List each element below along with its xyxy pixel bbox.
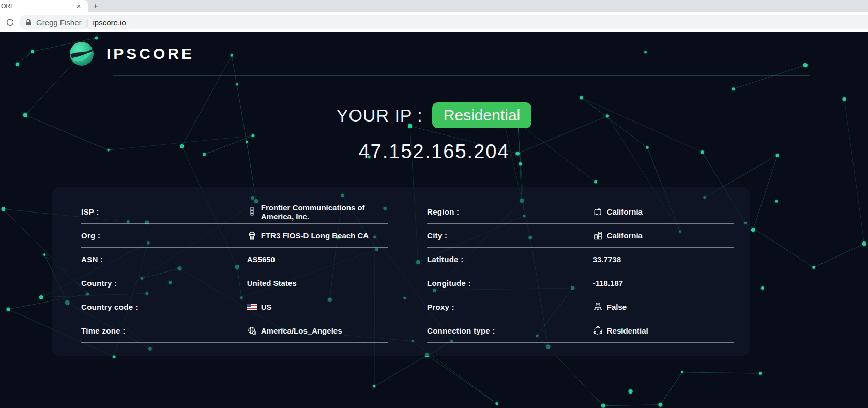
detail-label: Longitude : [427, 279, 593, 288]
address-bar[interactable]: Gregg Fisher | ipscore.io [19, 15, 868, 29]
ip-address: 47.152.165.204 [0, 141, 868, 163]
detail-value: AS5650 [247, 255, 275, 264]
detail-row: Latitude :33.7738 [427, 248, 734, 271]
detail-row: ISP :Frontier Communications of America,… [81, 200, 388, 224]
detail-label: ISP : [81, 207, 247, 216]
detail-value-group: 33.7738 [593, 255, 734, 264]
detail-row: Connection type :Residential [427, 319, 734, 343]
browser-tab[interactable]: ORE ✕ [0, 0, 88, 12]
detail-value: United States [247, 279, 297, 288]
detail-value-group: America/Los_Angeles [247, 326, 388, 336]
detail-value-group: California [593, 207, 734, 217]
map-pin-icon [593, 207, 603, 217]
network-icon [593, 302, 603, 312]
detail-value-group: California [593, 231, 734, 240]
ipscore-page: IPSCORE YOUR IP : Residential 47.152.165… [0, 32, 868, 408]
detail-value: California [607, 231, 643, 240]
detail-value-group: -118.187 [593, 279, 734, 288]
detail-row: Region :California [427, 200, 734, 224]
detail-value: Frontier Communications of America, Inc. [261, 203, 388, 221]
detail-value: America/Los_Angeles [261, 326, 342, 335]
detail-value: -118.187 [593, 279, 623, 288]
detail-value: False [607, 303, 627, 311]
detail-value: California [607, 207, 643, 216]
globe-clock-icon [247, 326, 257, 336]
brand-title: IPSCORE [106, 45, 194, 63]
globe-server-icon [247, 231, 257, 240]
server-icon [247, 207, 257, 217]
detail-label: Time zone : [81, 326, 247, 335]
detail-label: City : [427, 231, 593, 240]
your-ip-label: YOUR IP : [337, 105, 423, 126]
detail-label: Country : [81, 279, 247, 288]
detail-value-group: FTR3 FIOS-D Long Beach CA [247, 231, 388, 240]
detail-label: Latitude : [427, 255, 593, 264]
detail-label: ASN : [81, 255, 247, 264]
detail-label: Region : [427, 207, 593, 216]
new-tab-button[interactable]: + [89, 0, 102, 12]
detail-row: Org :FTR3 FIOS-D Long Beach CA [81, 224, 388, 248]
tab-title: ORE [0, 3, 74, 10]
detail-label: Proxy : [427, 303, 593, 311]
detail-value-group: Frontier Communications of America, Inc. [247, 203, 388, 221]
detail-value-group: Residential [593, 326, 734, 336]
detail-row: ASN :AS5650 [81, 248, 388, 271]
site-header: IPSCORE [0, 32, 868, 75]
reload-icon[interactable] [4, 17, 16, 28]
tab-close-icon[interactable]: ✕ [74, 2, 83, 10]
detail-row: City :California [427, 224, 734, 248]
detail-value: FTR3 FIOS-D Long Beach CA [261, 231, 369, 240]
header-divider [113, 75, 810, 76]
ipscore-logo-icon [69, 41, 95, 67]
city-icon [593, 231, 603, 240]
address-bar-separator: | [82, 18, 93, 27]
address-bar-domain: ipscore.io [93, 18, 126, 27]
details-column-right: Region :CaliforniaCity :CaliforniaLatitu… [427, 200, 734, 343]
detail-row: Time zone :America/Los_Angeles [81, 319, 388, 343]
us-flag-icon [247, 302, 257, 312]
detail-value-group: False [593, 302, 734, 312]
detail-label: Org : [81, 231, 247, 240]
browser-chrome: ORE ✕ + Gregg Fisher | ipscore.io [0, 0, 868, 32]
browser-toolbar: Gregg Fisher | ipscore.io [0, 12, 868, 32]
detail-value: 33.7738 [593, 255, 621, 264]
detail-row: Proxy :False [427, 295, 734, 319]
detail-row: Country :United States [81, 271, 388, 295]
details-column-left: ISP :Frontier Communications of America,… [81, 200, 388, 343]
hero-section: YOUR IP : Residential 47.152.165.204 [0, 75, 868, 163]
detail-label: Country code : [81, 303, 247, 311]
detail-row: Country code :US [81, 295, 388, 319]
address-bar-profile-text: Gregg Fisher [36, 18, 82, 27]
detail-value-group: US [247, 302, 388, 312]
tab-strip: ORE ✕ + [0, 0, 868, 12]
detail-value: US [261, 303, 272, 311]
detail-value-group: United States [247, 279, 388, 288]
detail-value-group: AS5650 [247, 255, 388, 264]
detail-value: Residential [607, 326, 648, 335]
connection-type-badge: Residential [432, 102, 531, 128]
lock-icon [25, 19, 32, 26]
ip-details-card: ISP :Frontier Communications of America,… [52, 187, 750, 356]
nodes-icon [593, 326, 603, 336]
detail-label: Connection type : [427, 326, 593, 335]
detail-row: Longitude :-118.187 [427, 271, 734, 295]
